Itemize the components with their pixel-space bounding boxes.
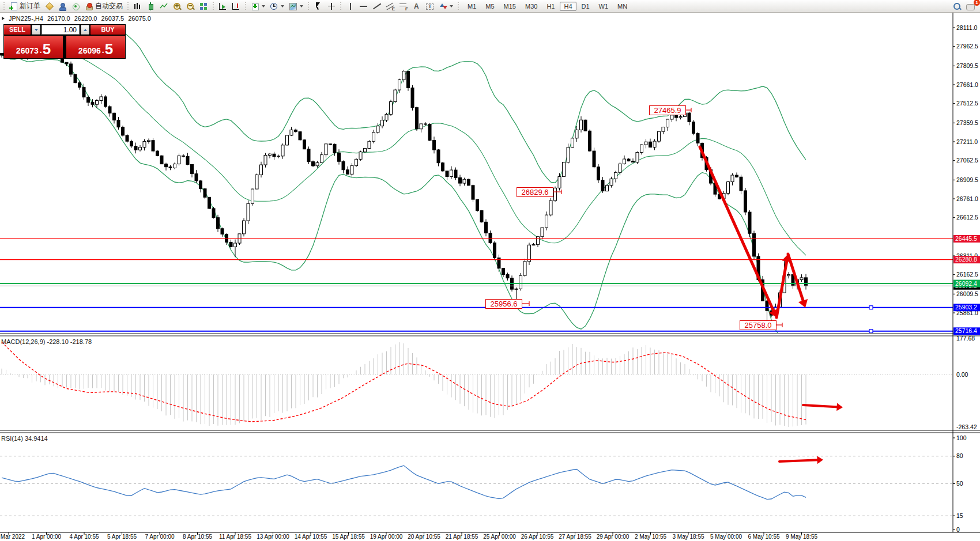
search-icon[interactable] bbox=[953, 2, 962, 10]
person-icon bbox=[58, 2, 67, 10]
time-axis-label: 5 Apr 18:55 bbox=[107, 534, 137, 540]
bar-chart-mode-button[interactable] bbox=[131, 1, 144, 12]
channel-tool-button[interactable]: E bbox=[383, 1, 397, 12]
time-axis-label: 19 Apr 00:00 bbox=[370, 534, 403, 540]
macd-axis-label: 177.68 bbox=[956, 335, 975, 342]
clock-icon bbox=[270, 2, 278, 10]
auto-scroll-button[interactable] bbox=[216, 1, 229, 12]
chart-shift-button[interactable] bbox=[229, 1, 243, 12]
price-axis-label: 27661.0 bbox=[956, 81, 978, 88]
profile-icon bbox=[45, 2, 54, 10]
price-annotation[interactable]: 26829.6 bbox=[517, 187, 553, 197]
timeframe-M30[interactable]: M30 bbox=[521, 2, 541, 11]
new-order-button[interactable]: 新订单 bbox=[7, 1, 43, 12]
one-click-trading-panel: SELL BUY 26073.5 26096.5 bbox=[3, 24, 126, 59]
text-label-tool-button[interactable]: T bbox=[423, 1, 436, 12]
auto-trading-button[interactable]: 自动交易 bbox=[82, 1, 125, 12]
triangle-up-icon bbox=[84, 29, 87, 31]
vertical-line-tool-button[interactable] bbox=[344, 1, 357, 12]
buy-price[interactable]: 26096.5 bbox=[66, 36, 125, 58]
market-watch-button[interactable] bbox=[56, 1, 69, 12]
buy-button[interactable]: BUY bbox=[91, 25, 125, 35]
time-axis-label: 20 Apr 10:55 bbox=[408, 534, 440, 540]
crosshair-tool-button[interactable] bbox=[325, 1, 338, 12]
zoom-out-button[interactable] bbox=[184, 1, 197, 12]
chart-profile-button[interactable] bbox=[43, 1, 56, 12]
auto-trading-label: 自动交易 bbox=[95, 1, 123, 11]
line-handle[interactable] bbox=[869, 306, 873, 309]
line-handle[interactable] bbox=[869, 330, 873, 333]
line-chart-icon bbox=[160, 2, 168, 10]
sell-button[interactable]: SELL bbox=[4, 25, 31, 35]
price-axis-label: 27809.5 bbox=[956, 62, 978, 69]
bar-chart-icon bbox=[133, 2, 142, 10]
volume-input[interactable] bbox=[42, 25, 80, 35]
horizontal-line-tool-button[interactable] bbox=[357, 1, 370, 12]
annotation-arrow[interactable] bbox=[779, 460, 819, 461]
price-axis-label: 27359.5 bbox=[956, 119, 978, 126]
text-tool-button[interactable]: A bbox=[410, 1, 423, 12]
auto-scroll-icon bbox=[218, 2, 227, 10]
new-order-label: 新订单 bbox=[20, 1, 40, 11]
timeframe-M5[interactable]: M5 bbox=[481, 2, 498, 11]
time-axis-label: 9 May 18:55 bbox=[786, 534, 817, 540]
zoom-in-icon bbox=[173, 2, 182, 10]
rsi-axis-label: 100 bbox=[956, 434, 967, 441]
chart-ohlc-header: JPN225-,H4 26170.0 26220.0 26037.5 26075… bbox=[2, 15, 151, 22]
timeframe-W1[interactable]: W1 bbox=[595, 2, 613, 11]
trendline-icon bbox=[372, 2, 381, 10]
price-axis-label: 27962.5 bbox=[956, 43, 978, 50]
time-axis-label: 25 Apr 00:00 bbox=[483, 534, 516, 540]
tile-windows-icon bbox=[199, 2, 208, 10]
fibonacci-icon: F bbox=[399, 2, 408, 10]
arrows-tool-button[interactable] bbox=[436, 1, 455, 12]
price-axis-label: 26009.5 bbox=[956, 290, 978, 297]
price-tag-label: 25903.2 bbox=[955, 304, 977, 311]
templates-button[interactable] bbox=[287, 1, 306, 12]
ohlc-close: 26075.0 bbox=[128, 15, 151, 22]
separator bbox=[340, 2, 341, 10]
zoom-out-icon bbox=[186, 2, 195, 10]
price-annotation[interactable]: 27465.9 bbox=[649, 105, 686, 115]
notifications-icon[interactable]: 1 bbox=[966, 2, 977, 10]
time-axis-label: 11 Apr 18:55 bbox=[219, 534, 251, 540]
timeframe-H1[interactable]: H1 bbox=[542, 2, 559, 11]
symbol-name: JPN225-,H4 bbox=[9, 15, 43, 22]
time-axis-label: 1 Apr 00:00 bbox=[32, 534, 62, 540]
chevron-down-icon bbox=[450, 5, 453, 7]
price-axis-label: 27062.5 bbox=[956, 157, 978, 164]
signal-icon bbox=[71, 2, 80, 10]
timeframe-H4[interactable]: H4 bbox=[560, 2, 576, 11]
volume-decrease-button[interactable] bbox=[32, 25, 40, 35]
notification-badge: 1 bbox=[974, 0, 980, 6]
timeframe-D1[interactable]: D1 bbox=[578, 2, 594, 11]
timeframe-M1[interactable]: M1 bbox=[463, 2, 480, 11]
periods-button[interactable] bbox=[267, 1, 287, 12]
candlestick-mode-button[interactable] bbox=[144, 1, 157, 12]
chevron-down-icon bbox=[281, 5, 284, 7]
time-axis-label: 15 Apr 18:55 bbox=[332, 534, 365, 540]
timeframe-M15[interactable]: M15 bbox=[500, 2, 520, 11]
tile-windows-button[interactable] bbox=[197, 1, 210, 12]
chevron-down-icon bbox=[262, 5, 265, 7]
time-axis-label: 21 Apr 18:55 bbox=[446, 534, 478, 540]
price-annotation[interactable]: 25758.0 bbox=[740, 320, 777, 330]
equidistant-channel-icon: E bbox=[386, 2, 394, 10]
auto-trading-icon bbox=[85, 2, 93, 10]
volume-increase-button[interactable] bbox=[81, 25, 89, 35]
price-chart-canvas[interactable]: 28111.027962.527809.527661.027512.527359… bbox=[0, 0, 980, 541]
fibonacci-tool-button[interactable]: F bbox=[397, 1, 410, 12]
price-annotation[interactable]: 25956.6 bbox=[485, 299, 522, 309]
signal-button[interactable] bbox=[69, 1, 82, 12]
time-axis-label: 29 Apr 00:00 bbox=[597, 534, 630, 540]
timeframe-MN[interactable]: MN bbox=[613, 2, 631, 11]
sell-price[interactable]: 26073.5 bbox=[4, 36, 63, 58]
indicators-button[interactable] bbox=[248, 1, 267, 12]
vertical-line-icon bbox=[346, 2, 355, 10]
cursor-tool-button[interactable] bbox=[311, 1, 325, 12]
macd-axis-label: 0.00 bbox=[956, 371, 968, 378]
time-axis-label: 6 May 10:55 bbox=[748, 534, 779, 540]
trendline-tool-button[interactable] bbox=[370, 1, 383, 12]
line-chart-mode-button[interactable] bbox=[157, 1, 171, 12]
zoom-in-button[interactable] bbox=[171, 1, 184, 12]
